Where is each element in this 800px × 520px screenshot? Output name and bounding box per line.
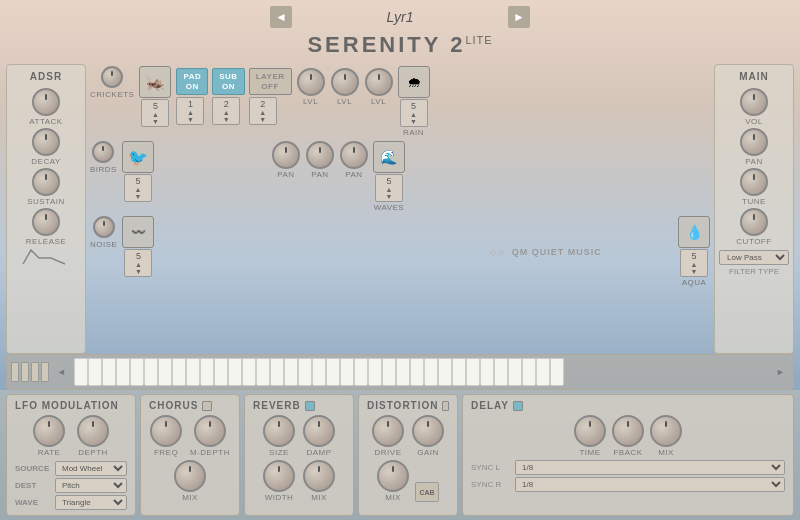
tune-knob[interactable] bbox=[740, 168, 768, 196]
key-c2[interactable] bbox=[270, 358, 284, 386]
waves-icon-button[interactable]: 🌊 bbox=[373, 141, 405, 173]
kb-mini-4[interactable] bbox=[41, 362, 49, 382]
keyboard-scroll-left[interactable]: ◄ bbox=[57, 367, 66, 377]
reverb-indicator[interactable] bbox=[305, 401, 315, 411]
key-a3[interactable] bbox=[438, 358, 452, 386]
reverb-size-knob[interactable] bbox=[263, 415, 295, 447]
cutoff-knob[interactable] bbox=[740, 208, 768, 236]
crickets-knob[interactable] bbox=[101, 66, 123, 88]
key-c3[interactable] bbox=[368, 358, 382, 386]
key-g0[interactable] bbox=[130, 358, 144, 386]
reverb-mix-knob[interactable] bbox=[303, 460, 335, 492]
crickets-stepper[interactable]: 5 ▲ ▼ bbox=[141, 99, 169, 127]
key-g3[interactable] bbox=[424, 358, 438, 386]
reverb-damp-knob[interactable] bbox=[303, 415, 335, 447]
key-g4[interactable] bbox=[522, 358, 536, 386]
sub-stepper[interactable]: 2 ▲ ▼ bbox=[212, 97, 240, 125]
chorus-mdepth-knob[interactable] bbox=[194, 415, 226, 447]
delay-fback-knob[interactable] bbox=[612, 415, 644, 447]
reverb-width-knob[interactable] bbox=[263, 460, 295, 492]
key-e2[interactable] bbox=[298, 358, 312, 386]
lfo-wave-select[interactable]: Triangle Sine Square Sawtooth bbox=[55, 495, 127, 510]
pan2-knob[interactable] bbox=[306, 141, 334, 169]
lvl2-knob[interactable] bbox=[331, 68, 359, 96]
key-f1[interactable] bbox=[214, 358, 228, 386]
keyboard-scroll-right[interactable]: ► bbox=[776, 367, 785, 377]
delay-mix-knob[interactable] bbox=[650, 415, 682, 447]
nav-prev-button[interactable]: ◄ bbox=[270, 6, 292, 28]
distortion-mix-knob[interactable] bbox=[377, 460, 409, 492]
noise-knob[interactable] bbox=[93, 216, 115, 238]
sub-button[interactable]: SUBON bbox=[212, 68, 244, 95]
birds-stepper[interactable]: 5 ▲ ▼ bbox=[124, 174, 152, 202]
key-d2[interactable] bbox=[284, 358, 298, 386]
key-b4[interactable] bbox=[550, 358, 564, 386]
key-e0[interactable] bbox=[102, 358, 116, 386]
key-d3[interactable] bbox=[382, 358, 396, 386]
key-e1[interactable] bbox=[200, 358, 214, 386]
key-d0[interactable] bbox=[88, 358, 102, 386]
key-b1[interactable] bbox=[256, 358, 270, 386]
keyboard[interactable] bbox=[74, 358, 768, 386]
lfo-dest-select[interactable]: Pitch Filter Volume bbox=[55, 478, 127, 493]
key-c0[interactable] bbox=[74, 358, 88, 386]
kb-mini-3[interactable] bbox=[31, 362, 39, 382]
chorus-freq-knob[interactable] bbox=[150, 415, 182, 447]
pad-stepper[interactable]: 1 ▲ ▼ bbox=[176, 97, 204, 125]
rain-icon-button[interactable]: 🌧 bbox=[398, 66, 430, 98]
key-b2[interactable] bbox=[354, 358, 368, 386]
kb-mini-2[interactable] bbox=[21, 362, 29, 382]
pan3-knob[interactable] bbox=[340, 141, 368, 169]
delay-indicator[interactable] bbox=[513, 401, 523, 411]
key-e3[interactable] bbox=[396, 358, 410, 386]
lfo-source-select[interactable]: Mod Wheel Velocity Aftertouch bbox=[55, 461, 127, 476]
sustain-knob[interactable] bbox=[32, 168, 60, 196]
layer-stepper[interactable]: 2 ▲ ▼ bbox=[249, 97, 277, 125]
nav-next-button[interactable]: ► bbox=[508, 6, 530, 28]
key-c1[interactable] bbox=[172, 358, 186, 386]
key-c4[interactable] bbox=[466, 358, 480, 386]
pan1-knob[interactable] bbox=[272, 141, 300, 169]
cab-button[interactable]: CAB bbox=[415, 482, 439, 502]
delay-time-knob[interactable] bbox=[574, 415, 606, 447]
rain-stepper[interactable]: 5 ▲ ▼ bbox=[400, 99, 428, 127]
key-a4[interactable] bbox=[536, 358, 550, 386]
lvl1-knob[interactable] bbox=[297, 68, 325, 96]
distortion-drive-knob[interactable] bbox=[372, 415, 404, 447]
key-d1[interactable] bbox=[186, 358, 200, 386]
decay-knob[interactable] bbox=[32, 128, 60, 156]
pan-main-knob[interactable] bbox=[740, 128, 768, 156]
lfo-depth-knob[interactable] bbox=[77, 415, 109, 447]
key-b0[interactable] bbox=[158, 358, 172, 386]
pad-button[interactable]: PADON bbox=[176, 68, 208, 95]
chorus-indicator[interactable] bbox=[202, 401, 212, 411]
noise-stepper[interactable]: 5 ▲ ▼ bbox=[124, 249, 152, 277]
vol-knob[interactable] bbox=[740, 88, 768, 116]
lvl3-knob[interactable] bbox=[365, 68, 393, 96]
filter-type-select[interactable]: Low Pass High Pass Band Pass bbox=[719, 250, 789, 265]
key-a2[interactable] bbox=[340, 358, 354, 386]
distortion-indicator[interactable] bbox=[442, 401, 449, 411]
noise-icon-button[interactable]: 〰️ bbox=[122, 216, 154, 248]
kb-mini-1[interactable] bbox=[11, 362, 19, 382]
key-f2[interactable] bbox=[312, 358, 326, 386]
key-g1[interactable] bbox=[228, 358, 242, 386]
release-knob[interactable] bbox=[32, 208, 60, 236]
key-a0[interactable] bbox=[144, 358, 158, 386]
delay-syncr-select[interactable]: 1/8 1/4 1/16 1/2 bbox=[515, 477, 785, 492]
waves-stepper[interactable]: 5 ▲ ▼ bbox=[375, 174, 403, 202]
key-f4[interactable] bbox=[508, 358, 522, 386]
key-f0[interactable] bbox=[116, 358, 130, 386]
distortion-gain-knob[interactable] bbox=[412, 415, 444, 447]
birds-icon-button[interactable]: 🐦 bbox=[122, 141, 154, 173]
key-a1[interactable] bbox=[242, 358, 256, 386]
aqua-icon-button[interactable]: 💧 bbox=[678, 216, 710, 248]
birds-knob[interactable] bbox=[92, 141, 114, 163]
attack-knob[interactable] bbox=[32, 88, 60, 116]
key-d4[interactable] bbox=[480, 358, 494, 386]
key-e4[interactable] bbox=[494, 358, 508, 386]
key-f3[interactable] bbox=[410, 358, 424, 386]
lfo-rate-knob[interactable] bbox=[33, 415, 65, 447]
aqua-stepper[interactable]: 5 ▲ ▼ bbox=[680, 249, 708, 277]
crickets-icon-button[interactable]: 🦗 bbox=[139, 66, 171, 98]
